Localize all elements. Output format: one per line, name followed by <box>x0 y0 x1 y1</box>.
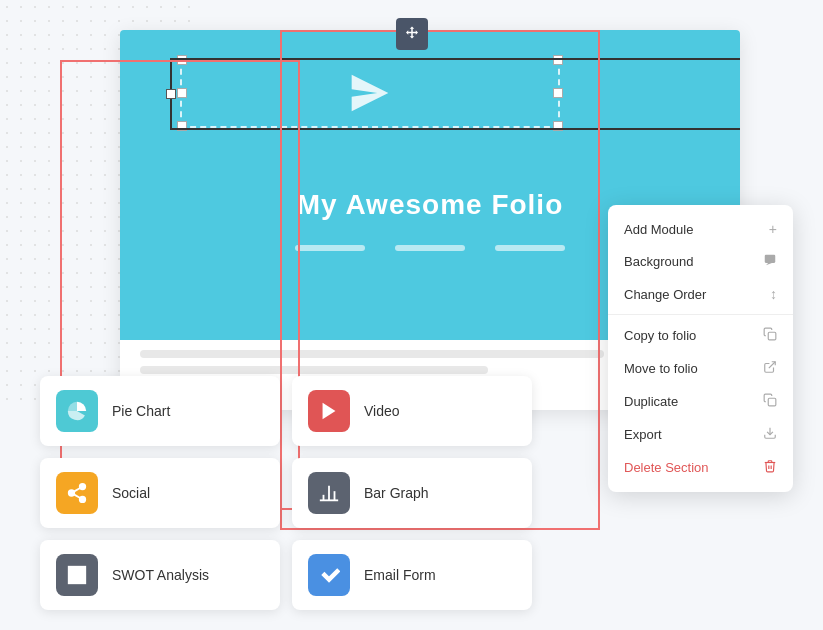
svg-rect-18 <box>69 576 76 583</box>
export-icon <box>763 426 777 443</box>
pie-chart-label: Pie Chart <box>112 403 170 419</box>
bar-graph-icon <box>318 482 340 504</box>
menu-label-export: Export <box>624 427 662 442</box>
content-line-2 <box>140 366 488 374</box>
move-to-folio-icon <box>763 360 777 377</box>
menu-label-delete-section: Delete Section <box>624 460 709 475</box>
menu-label-move-to-folio: Move to folio <box>624 361 698 376</box>
delete-section-icon <box>763 459 777 476</box>
svg-line-11 <box>74 488 80 492</box>
menu-label-add-module: Add Module <box>624 222 693 237</box>
menu-label-copy-to-folio: Copy to folio <box>624 328 696 343</box>
menu-label-duplicate: Duplicate <box>624 394 678 409</box>
module-card-video[interactable]: Video <box>292 376 532 446</box>
swot-icon <box>66 564 88 586</box>
svg-rect-2 <box>768 332 776 340</box>
outer-selection-border <box>170 58 740 130</box>
bar-graph-icon-bg <box>308 472 350 514</box>
module-card-bar-graph[interactable]: Bar Graph <box>292 458 532 528</box>
section-title: My Awesome Folio <box>297 189 564 221</box>
svg-rect-17 <box>78 567 85 574</box>
pie-chart-icon-bg <box>56 390 98 432</box>
email-icon-bg <box>308 554 350 596</box>
add-module-icon: + <box>769 221 777 237</box>
module-card-social[interactable]: Social <box>40 458 280 528</box>
menu-item-add-module[interactable]: Add Module + <box>608 213 793 245</box>
deco-line-1 <box>295 245 365 251</box>
menu-item-export[interactable]: Export <box>608 418 793 451</box>
video-icon-bg <box>308 390 350 432</box>
svg-point-9 <box>80 497 86 503</box>
move-cursor-icon <box>396 18 428 50</box>
handle-middle-left[interactable] <box>166 89 176 99</box>
svg-point-7 <box>80 484 86 490</box>
svg-point-1 <box>767 257 769 259</box>
swot-icon-bg <box>56 554 98 596</box>
email-form-label: Email Form <box>364 567 436 583</box>
modules-grid: Pie Chart Video Social <box>40 376 532 610</box>
menu-item-copy-to-folio[interactable]: Copy to folio <box>608 319 793 352</box>
svg-rect-4 <box>768 398 776 406</box>
bar-graph-label: Bar Graph <box>364 485 429 501</box>
change-order-icon: ↕ <box>770 286 777 302</box>
menu-item-background[interactable]: Background <box>608 245 793 278</box>
deco-line-3 <box>495 245 565 251</box>
menu-label-change-order: Change Order <box>624 287 706 302</box>
copy-to-folio-icon <box>763 327 777 344</box>
video-play-icon <box>318 400 340 422</box>
svg-rect-16 <box>69 567 76 574</box>
pie-chart-icon <box>66 400 88 422</box>
svg-marker-6 <box>323 403 336 420</box>
decorative-lines <box>295 245 565 251</box>
menu-item-duplicate[interactable]: Duplicate <box>608 385 793 418</box>
menu-item-change-order[interactable]: Change Order ↕ <box>608 278 793 315</box>
deco-line-2 <box>395 245 465 251</box>
context-menu: Add Module + Background Change Order ↕ C… <box>608 205 793 492</box>
module-card-pie-chart[interactable]: Pie Chart <box>40 376 280 446</box>
svg-point-8 <box>69 490 75 496</box>
module-card-swot[interactable]: SWOT Analysis <box>40 540 280 610</box>
svg-line-10 <box>74 494 80 498</box>
content-line-1 <box>140 350 604 358</box>
email-icon <box>318 564 340 586</box>
duplicate-icon <box>763 393 777 410</box>
swot-label: SWOT Analysis <box>112 567 209 583</box>
social-label: Social <box>112 485 150 501</box>
menu-item-delete-section[interactable]: Delete Section <box>608 451 793 484</box>
menu-label-background: Background <box>624 254 693 269</box>
module-card-email-form[interactable]: Email Form <box>292 540 532 610</box>
background-icon <box>763 253 777 270</box>
menu-item-move-to-folio[interactable]: Move to folio <box>608 352 793 385</box>
video-label: Video <box>364 403 400 419</box>
svg-line-3 <box>769 362 775 368</box>
svg-rect-19 <box>78 576 85 583</box>
social-share-icon <box>66 482 88 504</box>
social-icon-bg <box>56 472 98 514</box>
